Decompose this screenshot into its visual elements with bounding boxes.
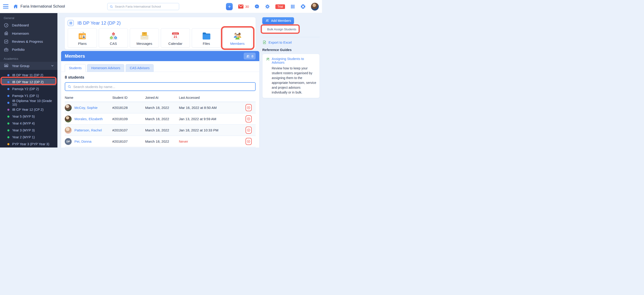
grid-view-icon[interactable] bbox=[68, 20, 74, 26]
sidebar-item-year-5[interactable]: Year 5 (MYP 5) bbox=[0, 113, 58, 120]
student-id: #2018128 bbox=[112, 106, 145, 110]
sidebar-item-ib-dp-year-12[interactable]: IB DP Year 12 (DP 2) bbox=[2, 78, 56, 86]
circle-x-icon bbox=[247, 128, 250, 132]
sidebar-item-homeroom[interactable]: Homeroom bbox=[0, 29, 58, 37]
members-count-badge[interactable]: 8 bbox=[244, 52, 256, 60]
sidebar-item-ib-cp-year-12[interactable]: IB CP Year 12 (CP 2) bbox=[0, 106, 58, 113]
right-action-panel: Add Members Bulk Assign Students Export … bbox=[259, 13, 322, 148]
people-icon bbox=[265, 27, 265, 31]
bullet-dot bbox=[7, 116, 10, 118]
user-avatar[interactable] bbox=[311, 3, 319, 10]
year-group-submenu: IB DP Year 11 (DP 2) IB DP Year 12 (DP 2… bbox=[0, 70, 58, 148]
student-name-link[interactable]: McCoy, Sophie bbox=[74, 106, 98, 110]
sidebar-item-year-group[interactable]: Year Group bbox=[0, 62, 58, 70]
page-title: IB DP Year 12 (DP 2) bbox=[78, 20, 120, 26]
tile-plans[interactable]: Plans bbox=[68, 28, 97, 48]
avatar-initials: DP bbox=[65, 138, 72, 145]
export-to-excel-link[interactable]: Export to Excel bbox=[262, 40, 320, 44]
student-id: #2018107 bbox=[112, 140, 145, 143]
col-last-accessed: Last Accessed bbox=[179, 96, 246, 100]
last-accessed: Mar 16, 2022 at 8:50 AM bbox=[179, 106, 246, 110]
students-search-input[interactable] bbox=[73, 85, 253, 89]
quick-add-button[interactable] bbox=[226, 3, 233, 10]
svg-text:Calendar: Calendar bbox=[173, 33, 178, 34]
table-row-partial bbox=[65, 147, 256, 148]
sidebar-item-pamoja-y2[interactable]: Pamoja Y2 (DP 2) bbox=[0, 86, 58, 92]
sidebar-item-label: Homeroom bbox=[12, 32, 29, 36]
sidebar-item-ib-dp-year-11[interactable]: IB DP Year 11 (DP 2) bbox=[0, 72, 58, 78]
divider bbox=[262, 37, 320, 37]
remove-member-button[interactable] bbox=[246, 104, 252, 111]
tab-homeroom-advisors[interactable]: Homeroom Advisors bbox=[87, 64, 124, 72]
sidebar-item-year-3[interactable]: Year 3 (MYP 3) bbox=[0, 127, 58, 134]
help-lifebuoy-icon[interactable] bbox=[300, 4, 306, 9]
sidebar-section-general: General bbox=[0, 13, 58, 21]
table-row: McCoy, Sophie #2018128 March 18, 2022 Ma… bbox=[65, 102, 256, 113]
top-header: Faria International School 30 Trial bbox=[0, 0, 322, 13]
tile-cas[interactable]: CAS CAS bbox=[99, 28, 128, 48]
tile-messages[interactable]: Messages bbox=[130, 28, 159, 48]
remove-member-button[interactable] bbox=[246, 126, 252, 134]
sidebar-item-year-2[interactable]: Year 2 (MYP 1) bbox=[0, 134, 58, 140]
sidebar-item-ib-diploma-year-10[interactable]: IB Diploma Year 10 (Grade 10) bbox=[0, 99, 58, 106]
sidebar-item-pyp-year-3[interactable]: PYP Year 3 (PYP Year 3) bbox=[0, 140, 58, 148]
chart-icon bbox=[4, 39, 9, 44]
reference-guides-heading: Reference Guides bbox=[262, 48, 320, 52]
sidebar-item-portfolio[interactable]: Portfolio bbox=[0, 46, 58, 54]
sidebar-item-reviews-progress[interactable]: Reviews & Progress bbox=[0, 38, 58, 46]
table-row: DP Pei, Donna #2018107 March 18, 2022 Ne… bbox=[65, 136, 256, 147]
hamburger-menu-icon[interactable] bbox=[3, 4, 8, 8]
sidebar-item-year-4[interactable]: Year 4 (MYP 4) bbox=[0, 120, 58, 127]
joined-at: March 18, 2022 bbox=[145, 128, 179, 132]
apps-grid-icon[interactable] bbox=[290, 4, 295, 9]
sidebar-item-dashboard[interactable]: Dashboard bbox=[0, 21, 58, 29]
remove-member-button[interactable] bbox=[246, 138, 252, 145]
student-name-link[interactable]: Morales, Elizabeth bbox=[74, 117, 103, 121]
bullet-dot bbox=[7, 74, 10, 76]
tab-students[interactable]: Students bbox=[65, 64, 86, 72]
tile-members[interactable]: Members bbox=[223, 28, 252, 48]
home-icon[interactable] bbox=[13, 4, 18, 9]
circle-x-icon bbox=[247, 117, 250, 121]
tile-calendar[interactable]: Calendar21 Calendar bbox=[161, 28, 190, 48]
trial-badge[interactable]: Trial bbox=[276, 4, 285, 9]
gear-icon[interactable] bbox=[265, 4, 270, 9]
unread-count: 30 bbox=[245, 4, 249, 8]
avatar bbox=[65, 127, 72, 134]
gauge-icon bbox=[4, 23, 9, 28]
sidebar-section-academics: Academics bbox=[0, 54, 58, 62]
sidebar-item-label: Reviews & Progress bbox=[12, 40, 43, 44]
col-student-id: Student ID bbox=[112, 96, 145, 100]
chevron-down-icon bbox=[50, 64, 54, 68]
bullet-dot bbox=[7, 143, 10, 145]
remove-member-button[interactable] bbox=[246, 115, 252, 122]
svg-text:S: S bbox=[115, 37, 116, 39]
tab-cas-advisors[interactable]: CAS Advisors bbox=[126, 64, 154, 72]
sidebar-item-label: Year Group bbox=[12, 64, 30, 68]
student-name-link[interactable]: Pei, Donna bbox=[74, 140, 92, 143]
cas-icon: CAS bbox=[108, 31, 118, 41]
guide-link[interactable]: Assigning Students to Advisors bbox=[266, 57, 316, 64]
table-header: Name Student ID Joined At Last Accessed bbox=[65, 94, 256, 102]
global-search-input[interactable] bbox=[115, 5, 177, 8]
last-accessed: Never bbox=[179, 140, 246, 143]
messages-icon bbox=[140, 31, 150, 41]
tile-files[interactable]: Files bbox=[192, 28, 221, 48]
members-panel: Members 8 Students Homeroom Advisors CAS… bbox=[61, 51, 259, 148]
last-accessed: Jan 13, 2022 at 9:59 AM bbox=[179, 117, 246, 121]
search-icon bbox=[110, 5, 113, 8]
chat-icon[interactable] bbox=[254, 4, 260, 9]
messages-inbox-button[interactable]: 30 bbox=[238, 4, 249, 9]
svg-text:C: C bbox=[112, 33, 114, 35]
add-members-button[interactable]: Add Members bbox=[262, 17, 294, 24]
sidebar-item-pamoja-y1[interactable]: Pamoja Y1 (DP 1) bbox=[0, 92, 58, 99]
search-icon bbox=[68, 85, 72, 89]
files-folder-icon bbox=[202, 31, 212, 41]
student-name-link[interactable]: Patterson, Rachel bbox=[74, 128, 102, 132]
global-search bbox=[107, 3, 179, 10]
sidebar-item-label: Dashboard bbox=[12, 23, 29, 27]
joined-at: March 18, 2022 bbox=[145, 106, 179, 110]
people-icon bbox=[266, 57, 270, 61]
bulk-assign-students-button[interactable]: Bulk Assign Students bbox=[262, 26, 299, 32]
last-accessed: Jan 18, 2022 at 10:33 PM bbox=[179, 128, 246, 132]
